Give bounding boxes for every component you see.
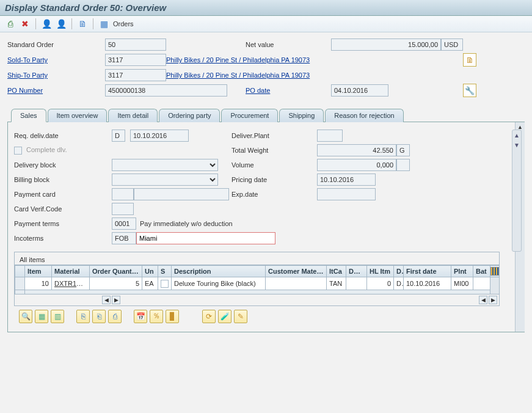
user-icon[interactable]: 👤 xyxy=(56,18,67,29)
std-order-field[interactable] xyxy=(105,38,166,51)
address-icon[interactable]: 🗎 xyxy=(463,53,476,67)
table-row[interactable] xyxy=(15,290,500,294)
incoterms-text-field[interactable] xyxy=(136,232,275,244)
req-deliv-code-field[interactable] xyxy=(112,130,125,142)
scroll-left-end-icon[interactable]: ◀ xyxy=(479,296,487,304)
cell-d[interactable]: D xyxy=(394,277,404,290)
sold-to-label[interactable]: Sold-To Party xyxy=(7,54,105,65)
col-material[interactable]: Material xyxy=(52,266,90,277)
req-deliv-label: Req. deliv.date xyxy=(14,132,112,139)
col-first-date[interactable]: First date xyxy=(404,266,451,277)
ship-to-link[interactable]: Philly Bikes / 20 Pine St / Philadelphia… xyxy=(166,71,310,79)
cell-material[interactable]: DXTR1117 xyxy=(52,277,90,290)
cell-un[interactable]: EA xyxy=(142,277,158,290)
payment-card-number-field[interactable] xyxy=(134,188,229,200)
refresh-icon[interactable]: ⟳ xyxy=(202,310,216,323)
display-icon[interactable]: ▥ xyxy=(51,310,64,323)
partner-icon[interactable]: 👤 xyxy=(41,18,52,29)
exp-date-field[interactable] xyxy=(317,188,376,200)
scroll-right-end-icon[interactable]: ▶ xyxy=(489,296,497,304)
deselect-all-icon[interactable]: ▦ xyxy=(35,310,48,323)
billing-block-select[interactable] xyxy=(112,174,218,186)
cell-itca[interactable]: TAN xyxy=(327,277,346,290)
table-config-icon[interactable] xyxy=(490,267,499,276)
card-verif-field[interactable] xyxy=(112,203,134,215)
cell-batch[interactable] xyxy=(473,277,490,290)
col-order-qty[interactable]: Order Quantity xyxy=(90,266,142,277)
col-plnt[interactable]: Plnt xyxy=(451,266,473,277)
delete-row-icon[interactable]: ⎗ xyxy=(92,310,106,323)
po-number-label[interactable]: PO Number xyxy=(7,85,105,96)
lab-icon[interactable]: 🧪 xyxy=(218,310,231,323)
row-selector[interactable] xyxy=(15,277,25,290)
scroll-right-icon[interactable]: ▶ xyxy=(112,296,120,304)
col-itca[interactable]: ItCa xyxy=(327,266,346,277)
config-col[interactable] xyxy=(490,266,500,277)
cell-hl-itm[interactable]: 0 xyxy=(367,277,394,290)
col-un[interactable]: Un xyxy=(142,266,158,277)
po-date-label[interactable]: PO date xyxy=(246,85,331,96)
payment-card-label: Payment card xyxy=(14,191,112,198)
display-document-icon[interactable]: ⎙ xyxy=(5,18,16,29)
scroll-down-icon[interactable]: ▼ xyxy=(512,140,521,150)
req-deliv-date-field[interactable] xyxy=(130,130,189,142)
tab-sales[interactable]: Sales xyxy=(11,109,46,122)
tab-strip: Sales Item overview Item detail Ordering… xyxy=(7,108,525,122)
incoterms-code-field[interactable] xyxy=(112,232,136,244)
col-s[interactable]: S xyxy=(158,266,172,277)
tab-item-overview[interactable]: Item overview xyxy=(48,109,107,122)
cell-order-qty[interactable]: 5 xyxy=(90,277,142,290)
note-icon[interactable]: ✎ xyxy=(234,310,247,323)
col-dgip[interactable]: DGIP xyxy=(346,266,367,277)
sold-to-link[interactable]: Philly Bikes / 20 Pine St / Philadelphia… xyxy=(166,56,310,64)
cell-item[interactable]: 10 xyxy=(25,277,52,290)
inner-scrollbar[interactable]: ▲ ▼ xyxy=(512,130,522,252)
grid-vscroll[interactable] xyxy=(490,277,500,294)
orders-icon[interactable]: ▦ xyxy=(98,18,109,29)
row-selector[interactable] xyxy=(15,290,25,294)
pricing-date-field[interactable] xyxy=(317,174,376,186)
col-description[interactable]: Description xyxy=(172,266,266,277)
tab-procurement[interactable]: Procurement xyxy=(221,109,278,122)
cell-cust-material[interactable] xyxy=(266,277,327,290)
ship-to-field[interactable] xyxy=(105,69,166,81)
cell-description[interactable]: Deluxe Touring Bike (black) xyxy=(172,277,266,290)
cell-first-date[interactable]: 10.10.2016 xyxy=(404,277,451,290)
copy-row-icon[interactable]: ⎙ xyxy=(108,310,122,323)
sales-tab-pane: ▲ Req. deliv.date Deliver.Plant ▲ ▼ Comp… xyxy=(7,122,525,332)
payment-card-type-field[interactable] xyxy=(112,188,134,200)
payment-terms-code-field[interactable] xyxy=(112,217,136,230)
table-row[interactable]: 10 DXTR1117 5 EA Deluxe Touring Bike (bl… xyxy=(15,277,500,290)
tab-reason-rejection[interactable]: Reason for rejection xyxy=(325,109,403,122)
col-hl-itm[interactable]: HL Itm xyxy=(367,266,394,277)
orders-label[interactable]: Orders xyxy=(113,20,134,27)
select-all-icon[interactable]: 🔍 xyxy=(19,310,32,323)
tab-item-detail[interactable]: Item detail xyxy=(108,109,158,122)
col-d[interactable]: D xyxy=(394,266,404,277)
cell-dgip[interactable] xyxy=(346,277,367,290)
total-weight-label: Total Weight xyxy=(231,147,317,154)
col-item[interactable]: Item xyxy=(25,266,52,277)
scroll-left-icon[interactable]: ◀ xyxy=(102,296,111,304)
cell-s[interactable] xyxy=(158,277,172,290)
batch-icon[interactable]: ▊ xyxy=(166,310,179,323)
sold-to-field[interactable] xyxy=(105,54,166,66)
col-cust-material[interactable]: Customer Materi... xyxy=(266,266,327,277)
col-batch[interactable]: Bat xyxy=(473,266,490,277)
tab-ordering-party[interactable]: Ordering party xyxy=(159,109,220,122)
insert-row-icon[interactable]: ⎘ xyxy=(76,310,90,323)
cell-plnt[interactable]: MI00 xyxy=(451,277,473,290)
document-flow-icon[interactable]: 🗎 xyxy=(77,18,88,29)
po-number-field[interactable] xyxy=(105,84,227,97)
config-icon[interactable]: 🔧 xyxy=(463,84,476,97)
complete-dlv-label: Complete dlv. xyxy=(14,146,112,155)
deliver-plant-field[interactable] xyxy=(317,130,343,142)
po-date-field[interactable] xyxy=(331,84,388,97)
reject-icon[interactable]: ✖ xyxy=(20,18,31,29)
ship-to-label[interactable]: Ship-To Party xyxy=(7,70,105,81)
scroll-up-icon[interactable]: ▲ xyxy=(512,130,521,140)
conditions-icon[interactable]: ％ xyxy=(150,310,163,323)
tab-shipping[interactable]: Shipping xyxy=(279,109,324,122)
schedule-lines-icon[interactable]: 📅 xyxy=(134,310,147,323)
delivery-block-select[interactable] xyxy=(112,159,218,171)
